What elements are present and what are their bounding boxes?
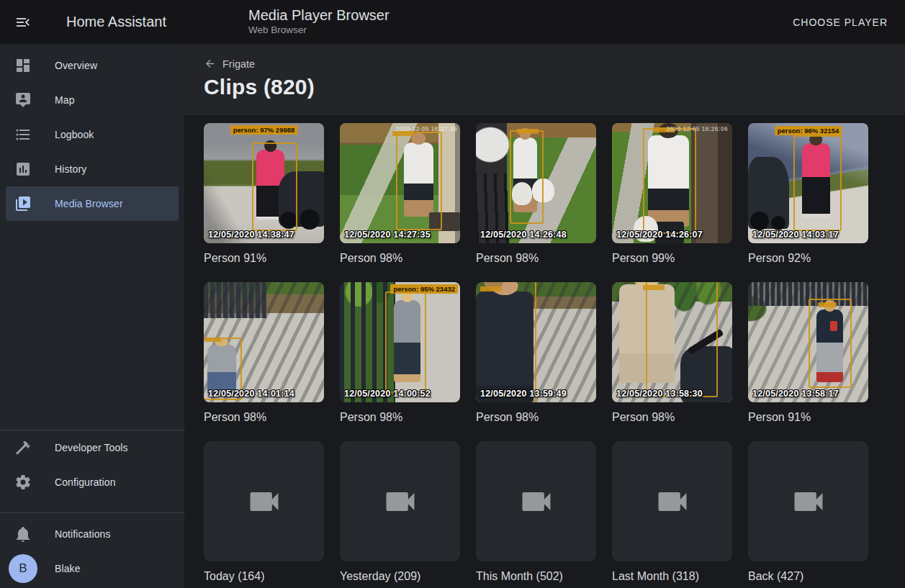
sidebar-item-label: History	[55, 163, 86, 175]
timestamp-overlay: 12/05/2020 13:58:17	[752, 389, 839, 399]
clip-card[interactable]: person: 95% 23432 12/05/2020 14:00:52 Pe…	[340, 282, 460, 425]
sidebar-item-overview[interactable]: Overview	[6, 48, 179, 83]
folder-thumbnail	[204, 441, 324, 561]
sidebar-item-label: Media Browser	[55, 198, 123, 209]
clip-thumbnail: person: 95% 23432 12/05/2020 14:00:52	[340, 282, 460, 402]
clip-thumbnail: 2020-12-05 16:27:35 12/05/2020 14:27:35	[340, 123, 460, 243]
detection-bbox	[396, 132, 441, 230]
menu-open-icon	[14, 14, 32, 31]
detection-bbox	[385, 291, 426, 392]
sidebar-item-user[interactable]: B Blake	[6, 551, 179, 586]
clip-thumbnail: person: 96% 32154 12/05/2020 14:03:17	[748, 123, 868, 243]
sidebar-divider	[0, 512, 184, 513]
clip-card[interactable]: 2020-12-05 16:27:35 12/05/2020 14:27:35 …	[340, 123, 460, 266]
folder-thumbnail	[748, 441, 868, 561]
folder-caption: Yesterday (209)	[340, 569, 460, 584]
breadcrumb-label: Frigate	[222, 58, 255, 70]
app-title: Home Assistant	[66, 14, 181, 30]
timestamp-overlay: 12/05/2020 13:59:49	[480, 389, 567, 399]
detection-label	[818, 302, 837, 307]
video-camera-icon	[382, 483, 419, 520]
clip-card[interactable]: 2020-12-05 16:26:06 12/05/2020 14:26:07 …	[612, 123, 732, 266]
sidebar-item-configuration[interactable]: Configuration	[6, 465, 179, 499]
sidebar-item-history[interactable]: History	[6, 152, 179, 186]
gear-icon	[14, 474, 32, 491]
sidebar-toggle-button[interactable]	[9, 8, 37, 37]
panel-header: Media Player Browser Web Browser	[248, 6, 390, 37]
clip-card[interactable]: 12/05/2020 13:58:30 Person 98%	[612, 282, 732, 425]
clip-thumbnail: 12/05/2020 14:01:14	[204, 282, 324, 402]
clip-card[interactable]: person: 97% 29988 12/05/2020 14:38:47 Pe…	[204, 123, 324, 266]
clip-caption: Person 98%	[340, 251, 460, 266]
sidebar-item-map[interactable]: Map	[6, 83, 179, 117]
folder-caption: Back (427)	[748, 569, 868, 584]
detection-label	[480, 286, 502, 291]
folder-thumbnail	[340, 441, 460, 561]
timestamp-overlay: 12/05/2020 14:38:47	[208, 230, 294, 240]
clip-thumbnail: person: 97% 29988 12/05/2020 14:38:47	[204, 123, 324, 243]
sidebar-item-notifications[interactable]: Notifications	[6, 517, 179, 551]
detection-bbox	[646, 282, 718, 397]
timestamp-overlay: 12/05/2020 13:58:30	[616, 389, 703, 399]
history-icon	[14, 160, 32, 178]
panel-subtitle: Web Browser	[248, 24, 390, 37]
folder-caption: Last Month (318)	[612, 569, 732, 584]
breadcrumb-back-link[interactable]: Frigate	[204, 58, 255, 70]
clip-card[interactable]: 12/05/2020 14:01:14 Person 98%	[204, 282, 324, 425]
folder-card-last-month[interactable]: Last Month (318)	[612, 441, 732, 584]
sidebar: Overview Map Logbook History Media Brows…	[0, 44, 184, 588]
home-assistant-window: Home Assistant Media Player Browser Web …	[0, 0, 905, 588]
folder-thumbnail	[612, 441, 732, 561]
folder-card-yesterday[interactable]: Yesterday (209)	[340, 441, 460, 584]
folder-card-back[interactable]: Back (427)	[748, 441, 868, 584]
sidebar-item-media-browser[interactable]: Media Browser	[6, 186, 179, 221]
dashboard-icon	[14, 57, 32, 74]
choose-player-button[interactable]: CHOOSE PLAYER	[787, 11, 893, 34]
sidebar-footer: Developer Tools Configuration Notificati…	[0, 430, 184, 586]
panel-title: Media Player Browser	[248, 6, 390, 24]
timestamp-overlay: 12/05/2020 14:26:07	[616, 230, 703, 240]
clip-thumbnail: 12/05/2020 13:59:49	[476, 282, 596, 402]
detection-bbox	[510, 130, 544, 224]
detection-bbox	[476, 282, 536, 402]
clip-thumbnail: 2020-12-05 16:26:06 12/05/2020 14:26:07	[612, 123, 732, 243]
back-arrow-icon	[204, 58, 216, 70]
clip-thumbnail: 12/05/2020 13:58:30	[612, 282, 732, 402]
sidebar-item-logbook[interactable]: Logbook	[6, 117, 179, 152]
timestamp-overlay: 12/05/2020 14:00:52	[344, 389, 431, 399]
clip-caption: Person 92%	[748, 251, 868, 266]
scene-object	[748, 157, 789, 229]
bell-icon	[14, 525, 32, 543]
detection-label	[517, 129, 539, 134]
camera-osd-overlay: 2020-12-05 16:27:35	[395, 125, 457, 132]
clip-card[interactable]: 12/05/2020 14:26:48 Person 98%	[476, 123, 596, 266]
media-browser-icon	[14, 195, 32, 212]
clip-thumbnail: 12/05/2020 13:58:17	[748, 282, 868, 402]
clip-card[interactable]: 12/05/2020 13:59:49 Person 98%	[476, 282, 596, 425]
clips-row: person: 97% 29988 12/05/2020 14:38:47 Pe…	[204, 123, 905, 266]
sidebar-item-label: Notifications	[55, 528, 111, 540]
timestamp-overlay: 12/05/2020 14:26:48	[480, 230, 567, 240]
folder-card-today[interactable]: Today (164)	[204, 441, 324, 584]
detection-label	[205, 338, 221, 342]
clip-caption: Person 99%	[612, 251, 732, 266]
clip-card[interactable]: person: 96% 32154 12/05/2020 14:03:17 Pe…	[748, 123, 868, 266]
folder-card-this-month[interactable]: This Month (502)	[476, 441, 596, 584]
clip-caption: Person 98%	[476, 410, 596, 425]
detection-label: person: 97% 29988	[230, 125, 298, 135]
sidebar-item-label: Map	[55, 94, 75, 106]
page-title: Clips (820)	[204, 75, 905, 99]
detection-bbox	[793, 135, 842, 232]
top-app-bar: Home Assistant Media Player Browser Web …	[0, 0, 905, 44]
clip-caption: Person 98%	[340, 410, 460, 425]
logbook-icon	[14, 126, 32, 143]
sidebar-item-developer-tools[interactable]: Developer Tools	[6, 430, 179, 465]
video-camera-icon	[246, 483, 283, 520]
clip-caption: Person 98%	[476, 251, 596, 266]
video-camera-icon	[518, 483, 555, 520]
timestamp-overlay: 12/05/2020 14:01:14	[208, 389, 294, 399]
clip-card[interactable]: 12/05/2020 13:58:17 Person 91%	[748, 282, 868, 425]
sidebar-item-label: Developer Tools	[55, 442, 128, 453]
sidebar-item-label: Logbook	[55, 129, 94, 140]
detection-label	[643, 285, 665, 290]
